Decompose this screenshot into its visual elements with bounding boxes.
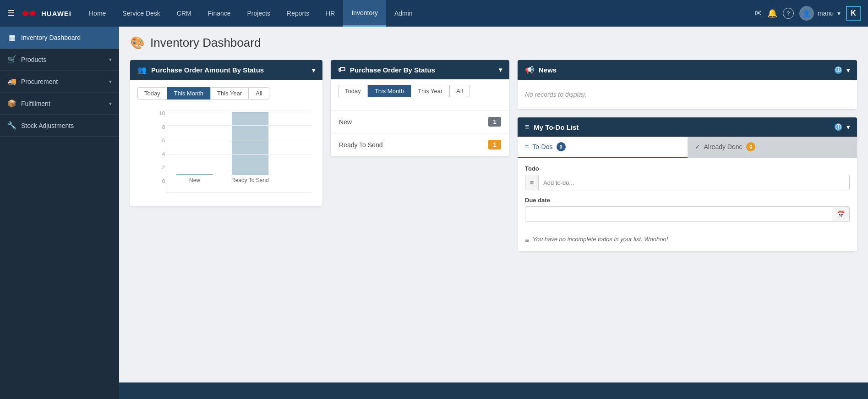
help-icon[interactable]: ? <box>783 8 794 19</box>
tab-todos-icon: ≡ <box>525 143 529 150</box>
purchase-order-amount-card: 👥 Purchase Order Amount By Status ▾ Toda… <box>130 60 322 206</box>
username: manu <box>818 10 834 17</box>
sidebar-item-products[interactable]: 🛒 Products ▾ <box>0 49 119 71</box>
amount-filter-this-year[interactable]: This Year <box>210 87 249 100</box>
status-badge-new: 1 <box>488 117 501 127</box>
tab-already-done-badge: 0 <box>746 142 755 151</box>
page-title-icon: 🎨 <box>130 36 145 50</box>
news-icon: 📢 <box>525 66 534 74</box>
news-info-icon[interactable]: ⓘ <box>835 66 842 74</box>
page-title-area: 🎨 Inventory Dashboard <box>130 36 857 50</box>
calendar-icon[interactable]: 📅 <box>832 207 849 222</box>
todo-card: ≡ My To-Do List ⓘ ▾ ≡ To-Dos 0 <box>518 117 857 251</box>
todo-input-label: Todo <box>525 165 850 172</box>
purchase-order-amount-header: 👥 Purchase Order Amount By Status ▾ <box>130 60 322 80</box>
status-card-chevron-icon[interactable]: ▾ <box>499 66 502 73</box>
purchase-order-amount-body: Today This Month This Year All 10 8 6 <box>130 80 322 206</box>
main-layout: ▦ Inventory Dashboard 🛒 Products ▾ 🚚 Pro… <box>0 27 868 399</box>
status-filter-all[interactable]: All <box>449 85 469 97</box>
tab-already-done-icon: ✓ <box>695 143 700 150</box>
tab-todos[interactable]: ≡ To-Dos 0 <box>518 137 688 158</box>
nav-service-desk[interactable]: Service Desk <box>114 0 168 27</box>
procurement-chevron-icon: ▾ <box>109 78 112 85</box>
nav-hr[interactable]: HR <box>317 0 343 27</box>
amount-filter-today[interactable]: Today <box>137 87 167 100</box>
y-label-8: 8 <box>154 124 165 130</box>
tab-todos-label: To-Dos <box>532 143 552 150</box>
todo-input-list-icon: ≡ <box>525 175 539 190</box>
due-date-label: Due date <box>525 197 850 204</box>
todo-empty-message: ≡ You have no incomplete todos in your l… <box>518 236 857 251</box>
procurement-icon: 🚚 <box>7 77 16 86</box>
status-filter-today[interactable]: Today <box>338 85 368 97</box>
news-empty-message: No records to display. <box>525 91 586 98</box>
logo: HUAWEI <box>20 7 71 20</box>
sidebar-item-stock-adjustments[interactable]: 🔧 Stock Adjustments <box>0 115 119 137</box>
todo-empty-text: You have no incomplete todos in your lis… <box>533 236 668 243</box>
dashboard-icon: ▦ <box>7 33 16 42</box>
status-row-ready-to-send[interactable]: Ready To Send 1 <box>331 133 509 156</box>
y-label-6: 6 <box>154 138 165 143</box>
bar-new-rect <box>176 174 213 175</box>
dropdown-chevron-icon: ▾ <box>837 10 841 17</box>
cards-row: 👥 Purchase Order Amount By Status ▾ Toda… <box>130 60 857 251</box>
main-content: 🎨 Inventory Dashboard 👥 Purchase Order A… <box>119 27 868 399</box>
sidebar-item-fulfillment[interactable]: 📦 Fulfillment ▾ <box>0 93 119 115</box>
avatar: 👤 <box>799 6 814 21</box>
news-chevron-icon[interactable]: ▾ <box>846 66 850 74</box>
products-chevron-icon: ▾ <box>109 56 112 63</box>
nav-crm[interactable]: CRM <box>169 0 200 27</box>
amount-time-filters: Today This Month This Year All <box>137 87 315 100</box>
bar-ready-to-send-label: Ready To Send <box>231 177 269 183</box>
nav-finance[interactable]: Finance <box>200 0 239 27</box>
status-card-icon: 🏷 <box>338 66 345 74</box>
amount-filter-all[interactable]: All <box>249 87 269 100</box>
amount-filter-this-month[interactable]: This Month <box>167 87 210 100</box>
todo-empty-icon: ≡ <box>525 236 529 244</box>
nav-home[interactable]: Home <box>81 0 114 27</box>
news-title: News <box>539 66 830 74</box>
purchase-order-amount-chevron-icon[interactable]: ▾ <box>312 66 315 74</box>
y-label-4: 4 <box>154 151 165 157</box>
bar-chart: 10 8 6 4 2 0 <box>137 107 315 199</box>
todo-title: My To-Do List <box>534 123 830 131</box>
sidebar-item-procurement[interactable]: 🚚 Procurement ▾ <box>0 71 119 93</box>
status-label-ready-to-send: Ready To Send <box>339 141 382 149</box>
sidebar-label-stock-adjustments: Stock Adjustments <box>21 122 112 129</box>
todo-header: ≡ My To-Do List ⓘ ▾ <box>518 117 857 137</box>
status-filter-this-year[interactable]: This Year <box>411 85 449 97</box>
due-date-input-row: 📅 <box>525 206 850 222</box>
todo-body: ≡ To-Dos 0 ✓ Already Done 0 Todo <box>518 137 857 251</box>
todo-chevron-icon[interactable]: ▾ <box>846 123 850 131</box>
sidebar: ▦ Inventory Dashboard 🛒 Products ▾ 🚚 Pro… <box>0 27 119 399</box>
bell-icon[interactable]: 🔔 <box>767 8 777 18</box>
todo-info-icon[interactable]: ⓘ <box>835 123 842 131</box>
sidebar-label-procurement: Procurement <box>21 78 104 85</box>
nav-projects[interactable]: Projects <box>239 0 279 27</box>
nav-inventory[interactable]: Inventory <box>343 0 386 27</box>
user-menu[interactable]: 👤 manu ▾ <box>799 6 841 21</box>
todo-header-icon: ≡ <box>525 123 529 131</box>
status-row-new[interactable]: New 1 <box>331 111 509 133</box>
k-badge[interactable]: K <box>846 6 861 21</box>
y-label-2: 2 <box>154 165 165 170</box>
y-label-0: 0 <box>154 178 165 184</box>
due-date-input[interactable] <box>525 207 832 222</box>
fulfillment-chevron-icon: ▾ <box>109 100 112 107</box>
sidebar-label-products: Products <box>21 56 104 63</box>
tab-already-done[interactable]: ✓ Already Done 0 <box>688 137 857 158</box>
nav-admin[interactable]: Admin <box>386 0 421 27</box>
mail-icon[interactable]: ✉ <box>755 8 762 18</box>
top-navigation: ☰ HUAWEI Home Service Desk CRM Finance P… <box>0 0 868 27</box>
hamburger-menu[interactable]: ☰ <box>7 8 15 18</box>
nav-reports[interactable]: Reports <box>278 0 317 27</box>
sidebar-label-inventory-dashboard: Inventory Dashboard <box>21 34 112 41</box>
news-header: 📢 News ⓘ ▾ <box>518 60 857 80</box>
fulfillment-icon: 📦 <box>7 99 16 108</box>
purchase-order-status-header: 🏷 Purchase Order By Status ▾ <box>331 60 509 79</box>
sidebar-item-inventory-dashboard[interactable]: ▦ Inventory Dashboard <box>0 27 119 49</box>
nav-right-icons: ✉ 🔔 ? 👤 manu ▾ K <box>755 6 861 21</box>
news-card: 📢 News ⓘ ▾ No records to display. <box>518 60 857 109</box>
status-filter-this-month[interactable]: This Month <box>368 85 411 97</box>
todo-input[interactable] <box>539 176 849 190</box>
